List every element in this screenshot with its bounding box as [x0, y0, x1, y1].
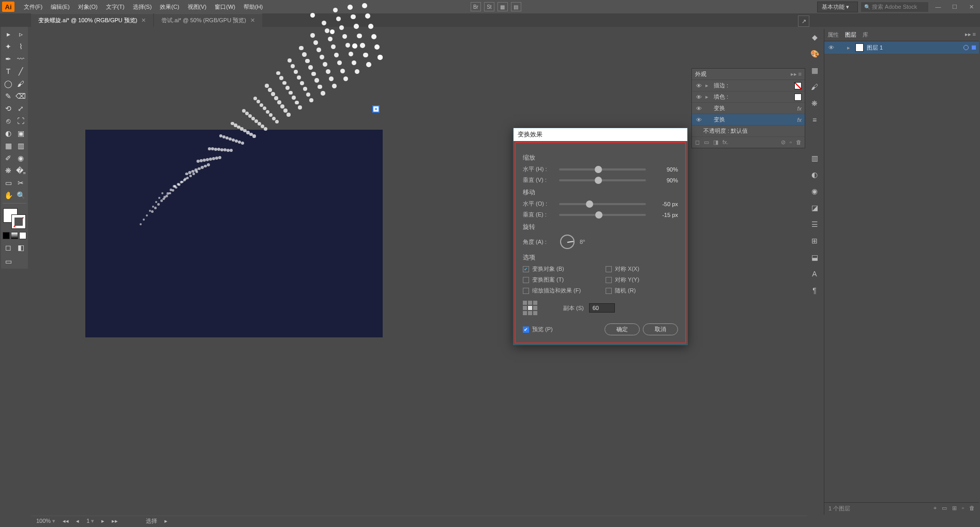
doc-tab-1[interactable]: 变换螺旋.ai* @ 100% (RGB/GPU 预览) ✕: [31, 13, 153, 27]
swatches-icon[interactable]: ▦: [809, 65, 820, 75]
appearance-row-transform-2[interactable]: 👁 变换 fx: [692, 114, 805, 126]
artboard-nav-next[interactable]: ▸▸: [112, 518, 118, 524]
graphic-styles-icon[interactable]: ◪: [809, 203, 820, 213]
move-h-slider[interactable]: [559, 203, 646, 205]
add-fill-icon[interactable]: ◨: [713, 139, 718, 146]
menu-view[interactable]: 视图(V): [184, 1, 211, 13]
tab-layers[interactable]: 图层: [845, 31, 856, 39]
draw-behind-icon[interactable]: ◧: [15, 242, 26, 253]
transform-icon[interactable]: ⊞: [809, 236, 820, 246]
column-graph-tool[interactable]: �„: [15, 165, 26, 176]
visibility-icon[interactable]: 👁: [695, 94, 702, 100]
gradient-tool[interactable]: ▥: [15, 140, 26, 151]
artboard-number[interactable]: 1: [86, 518, 94, 524]
gradient-icon[interactable]: ▥: [809, 153, 820, 163]
angle-value[interactable]: 8°: [580, 239, 585, 245]
line-tool[interactable]: ╱: [15, 66, 26, 77]
character-icon[interactable]: A: [809, 269, 820, 279]
transparency-icon[interactable]: ◐: [809, 169, 820, 180]
arrange-documents-icon[interactable]: ↗: [798, 16, 809, 27]
chevron-right-icon[interactable]: ▸: [705, 82, 711, 89]
visibility-icon[interactable]: 👁: [827, 44, 835, 51]
hand-tool[interactable]: ✋: [3, 190, 14, 201]
shaper-tool[interactable]: ✎: [3, 90, 14, 102]
menu-file[interactable]: 文件(F): [20, 1, 47, 13]
clear-icon[interactable]: ⊘: [781, 139, 786, 146]
chevron-right-icon[interactable]: ▸: [705, 94, 711, 100]
scale-h-value[interactable]: 90%: [650, 166, 678, 173]
artboard-nav-fwd[interactable]: ▸: [101, 518, 104, 524]
selection-handle[interactable]: [372, 105, 380, 113]
canvas[interactable]: [31, 29, 807, 515]
menu-object[interactable]: 对象(O): [74, 1, 102, 13]
chk-random[interactable]: 随机 (R): [606, 287, 678, 295]
menu-edit[interactable]: 编辑(E): [47, 1, 74, 13]
close-icon[interactable]: ✕: [141, 17, 146, 24]
perspective-tool[interactable]: ▣: [15, 128, 26, 139]
curvature-tool[interactable]: 〰: [15, 53, 26, 65]
delete-layer-icon[interactable]: 🗑: [969, 505, 975, 513]
angle-dial[interactable]: [560, 235, 575, 249]
slice-tool[interactable]: ✂: [15, 177, 26, 189]
scale-h-slider[interactable]: [559, 168, 646, 171]
properties-icon[interactable]: ◆: [809, 32, 820, 42]
ellipse-tool[interactable]: ◯: [3, 78, 14, 89]
scale-tool[interactable]: ⤢: [15, 103, 26, 114]
workspace-switcher[interactable]: 基本功能 ▾: [817, 2, 858, 12]
free-transform-tool[interactable]: ⛶: [15, 115, 26, 127]
none-mode-icon[interactable]: [19, 232, 26, 239]
visibility-icon[interactable]: 👁: [695, 117, 702, 123]
pathfinder-icon[interactable]: ⬓: [809, 252, 820, 262]
locate-icon[interactable]: ⌖: [933, 505, 937, 513]
stroke-icon[interactable]: ≡: [809, 115, 820, 125]
paragraph-icon[interactable]: ¶: [809, 285, 820, 296]
symbol-sprayer-tool[interactable]: ❋: [3, 165, 14, 176]
blend-tool[interactable]: ◉: [15, 152, 26, 164]
stroke-swatch[interactable]: [11, 214, 26, 229]
artboard-tool[interactable]: ▭: [3, 177, 14, 189]
scale-v-slider[interactable]: [559, 179, 646, 181]
duplicate-icon[interactable]: ▫: [790, 139, 792, 146]
appearance-row-opacity[interactable]: 不透明度 : 默认值: [692, 126, 805, 137]
copies-input[interactable]: 60: [589, 303, 615, 313]
chk-transform-objects[interactable]: 变换对象 (B): [523, 265, 595, 273]
panel-menu-icon[interactable]: ▸▸ ≡: [965, 31, 976, 39]
artboard-nav-back[interactable]: ◂: [76, 518, 79, 524]
chk-transform-patterns[interactable]: 变换图案 (T): [523, 276, 595, 284]
appearance-icon[interactable]: ◉: [809, 186, 820, 196]
make-clip-icon[interactable]: ▭: [942, 505, 947, 513]
align-icon[interactable]: ☰: [809, 219, 820, 229]
grid-icon[interactable]: ▤: [511, 2, 521, 11]
visibility-icon[interactable]: 👁: [695, 105, 702, 112]
direct-selection-tool[interactable]: ▹: [15, 28, 26, 40]
tab-libraries[interactable]: 库: [863, 31, 868, 39]
new-art-icon[interactable]: ◻: [695, 139, 700, 146]
delete-icon[interactable]: 🗑: [796, 139, 802, 146]
zoom-level[interactable]: 100%: [36, 518, 55, 524]
mesh-tool[interactable]: ▦: [3, 140, 14, 151]
zoom-tool[interactable]: 🔍: [15, 190, 26, 201]
menu-help[interactable]: 帮助(H): [239, 1, 267, 13]
move-v-slider[interactable]: [559, 214, 646, 216]
appearance-row-fill[interactable]: 👁 ▸ 填色 :: [692, 91, 805, 103]
fill-stroke-swatch[interactable]: [3, 208, 26, 229]
add-effect-icon[interactable]: fx.: [722, 139, 729, 146]
doc-tab-2[interactable]: 尝试.ai* @ 50% (RGB/GPU 预览) ✕: [154, 13, 262, 27]
screen-mode-icon[interactable]: ▭: [3, 256, 14, 267]
anchor-point-grid[interactable]: [523, 301, 537, 315]
appearance-row-transform-1[interactable]: 👁 变换 fx: [692, 103, 805, 114]
bridge-icon[interactable]: Br: [471, 2, 481, 11]
draw-normal-icon[interactable]: ◻: [3, 242, 14, 253]
new-sublayer-icon[interactable]: ⊞: [952, 505, 957, 513]
appearance-row-stroke[interactable]: 👁 ▸ 描边 :: [692, 80, 805, 91]
color-icon[interactable]: 🎨: [809, 49, 820, 59]
visibility-icon[interactable]: 👁: [695, 83, 702, 89]
artboard-nav-prev[interactable]: ◂◂: [63, 518, 69, 524]
move-h-value[interactable]: -50 px: [650, 201, 678, 207]
paintbrush-tool[interactable]: 🖌: [15, 78, 26, 89]
menu-select[interactable]: 选择(S): [129, 1, 156, 13]
window-close[interactable]: ✕: [964, 4, 978, 10]
menu-window[interactable]: 窗口(W): [210, 1, 239, 13]
status-menu-icon[interactable]: ▸: [164, 518, 168, 524]
rotate-tool[interactable]: ⟲: [3, 103, 14, 114]
